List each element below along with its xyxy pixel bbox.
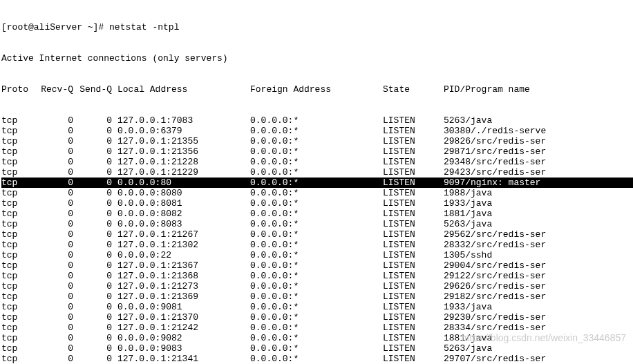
cell-state: LISTEN [383, 146, 444, 157]
cell-sendq: 0 [79, 178, 117, 188]
cell-local: 0.0.0.0:9081 [117, 302, 250, 312]
cell-sendq: 0 [79, 167, 117, 178]
cell-proto: tcp [1, 136, 35, 146]
table-row: tcp000.0.0.0:80810.0.0.0:*LISTEN1933/jav… [1, 198, 633, 209]
table-row: tcp00127.0.0.1:213680.0.0.0:*LISTEN29122… [1, 271, 633, 281]
cell-proto: tcp [1, 178, 35, 188]
cell-foreign: 0.0.0.0:* [250, 188, 383, 198]
cell-local: 0.0.0.0:8081 [117, 198, 250, 209]
cell-foreign: 0.0.0.0:* [250, 333, 383, 343]
cell-pid: 1933/java [444, 198, 633, 209]
table-row: tcp00127.0.0.1:213020.0.0.0:*LISTEN28332… [1, 240, 633, 250]
cell-local: 127.0.0.1:21367 [117, 260, 250, 271]
table-row: tcp00127.0.0.1:213690.0.0.0:*LISTEN29182… [1, 291, 633, 302]
cell-local: 127.0.0.1:21242 [117, 323, 250, 333]
cell-proto: tcp [1, 260, 35, 271]
table-row: tcp000.0.0.0:90820.0.0.0:*LISTEN1881/jav… [1, 333, 633, 343]
cell-pid: 1881/java [444, 209, 633, 219]
cell-proto: tcp [1, 333, 35, 343]
cell-sendq: 0 [79, 323, 117, 333]
cell-sendq: 0 [79, 240, 117, 250]
table-row: tcp000.0.0.0:800.0.0.0:*LISTEN9097/nginx… [1, 178, 633, 188]
cell-foreign: 0.0.0.0:* [250, 126, 383, 136]
cell-pid: 1988/java [444, 188, 633, 198]
table-row: tcp00127.0.0.1:70830.0.0.0:*LISTEN5263/j… [1, 115, 633, 126]
cell-sendq: 0 [79, 115, 117, 126]
cell-state: LISTEN [383, 302, 444, 312]
cell-state: LISTEN [383, 229, 444, 240]
table-row: tcp000.0.0.0:80830.0.0.0:*LISTEN5263/jav… [1, 219, 633, 229]
table-row: tcp00127.0.0.1:212420.0.0.0:*LISTEN28334… [1, 323, 633, 333]
cell-foreign: 0.0.0.0:* [250, 343, 383, 354]
cell-sendq: 0 [79, 219, 117, 229]
cell-recvq: 0 [35, 271, 79, 281]
cell-proto: tcp [1, 240, 35, 250]
cell-recvq: 0 [35, 343, 79, 354]
table-row: tcp000.0.0.0:90830.0.0.0:*LISTEN5263/jav… [1, 343, 633, 354]
cell-recvq: 0 [35, 126, 79, 136]
cell-sendq: 0 [79, 198, 117, 209]
cell-recvq: 0 [35, 157, 79, 167]
cell-sendq: 0 [79, 209, 117, 219]
cell-foreign: 0.0.0.0:* [250, 219, 383, 229]
col-local: Local Address [117, 84, 250, 95]
cell-recvq: 0 [35, 209, 79, 219]
cell-state: LISTEN [383, 157, 444, 167]
cell-recvq: 0 [35, 229, 79, 240]
cell-proto: tcp [1, 188, 35, 198]
cell-proto: tcp [1, 198, 35, 209]
cell-sendq: 0 [79, 281, 117, 291]
cell-local: 127.0.0.1:21368 [117, 271, 250, 281]
cell-sendq: 0 [79, 146, 117, 157]
cell-pid: 28334/src/redis-ser [444, 323, 633, 333]
cell-pid: 29707/src/redis-ser [444, 354, 633, 364]
cell-pid: 29871/src/redis-ser [444, 146, 633, 157]
cell-proto: tcp [1, 219, 35, 229]
cell-foreign: 0.0.0.0:* [250, 198, 383, 209]
cell-sendq: 0 [79, 250, 117, 260]
cell-pid: 29562/src/redis-ser [444, 229, 633, 240]
cell-recvq: 0 [35, 281, 79, 291]
cell-foreign: 0.0.0.0:* [250, 354, 383, 364]
cell-pid: 9097/nginx: master [444, 178, 633, 188]
pre-line: Active Internet connections (only server… [1, 53, 633, 64]
cell-local: 127.0.0.1:21267 [117, 229, 250, 240]
cell-state: LISTEN [383, 115, 444, 126]
cell-pid: 29004/src/redis-ser [444, 260, 633, 271]
cell-recvq: 0 [35, 302, 79, 312]
cell-local: 0.0.0.0:9083 [117, 343, 250, 354]
cell-state: LISTEN [383, 178, 444, 188]
cell-state: LISTEN [383, 136, 444, 146]
terminal-output[interactable]: [root@aliServer ~]# netstat -ntpl Active… [0, 0, 633, 364]
table-row: tcp000.0.0.0:220.0.0.0:*LISTEN1305/sshd [1, 250, 633, 260]
cell-sendq: 0 [79, 260, 117, 271]
cell-state: LISTEN [383, 354, 444, 364]
cell-recvq: 0 [35, 240, 79, 250]
cell-pid: 5263/java [444, 115, 633, 126]
cell-foreign: 0.0.0.0:* [250, 291, 383, 302]
cell-recvq: 0 [35, 219, 79, 229]
cell-recvq: 0 [35, 333, 79, 343]
table-row: tcp00127.0.0.1:213700.0.0.0:*LISTEN29230… [1, 312, 633, 323]
cell-proto: tcp [1, 126, 35, 136]
cell-state: LISTEN [383, 198, 444, 209]
table-row: tcp00127.0.0.1:212670.0.0.0:*LISTEN29562… [1, 229, 633, 240]
table-row: tcp00127.0.0.1:213670.0.0.0:*LISTEN29004… [1, 260, 633, 271]
cell-state: LISTEN [383, 188, 444, 198]
table-row: tcp00127.0.0.1:212290.0.0.0:*LISTEN29423… [1, 167, 633, 178]
cell-pid: 29182/src/redis-ser [444, 291, 633, 302]
cell-sendq: 0 [79, 343, 117, 354]
cell-proto: tcp [1, 146, 35, 157]
cell-foreign: 0.0.0.0:* [250, 281, 383, 291]
cell-local: 0.0.0.0:6379 [117, 126, 250, 136]
cell-recvq: 0 [35, 312, 79, 323]
cell-local: 127.0.0.1:21369 [117, 291, 250, 302]
table-row: tcp00127.0.0.1:213550.0.0.0:*LISTEN29826… [1, 136, 633, 146]
cell-local: 127.0.0.1:21341 [117, 354, 250, 364]
cell-sendq: 0 [79, 229, 117, 240]
cell-state: LISTEN [383, 291, 444, 302]
col-sendq: Send-Q [79, 84, 117, 95]
cell-sendq: 0 [79, 157, 117, 167]
cell-foreign: 0.0.0.0:* [250, 178, 383, 188]
cell-proto: tcp [1, 115, 35, 126]
